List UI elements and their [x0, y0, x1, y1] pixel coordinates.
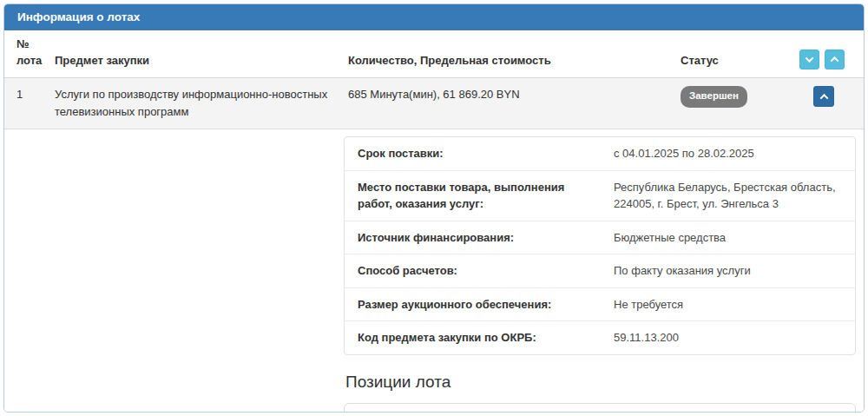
- detail-value: Республика Беларусь, Брестская область, …: [614, 171, 855, 221]
- detail-label: Источник финансирования:: [345, 221, 614, 254]
- lot-subject: Услуги по производству информационно-нов…: [55, 86, 348, 121]
- detail-row-funding-source: Источник финансирования: Бюджетные средс…: [345, 221, 855, 254]
- status-badge: Завершен: [681, 86, 747, 108]
- lot-details-table: Срок поставки: с 04.01.2025 по 28.02.202…: [344, 136, 856, 355]
- lot-quantity-cost: 685 Минута(мин), 61 869.20 BYN: [348, 86, 681, 103]
- column-header-lot-number: № лота: [16, 36, 51, 69]
- expand-all-button[interactable]: [825, 50, 845, 69]
- lot-number: 1: [16, 86, 55, 103]
- lot-collapse-button[interactable]: [813, 86, 834, 107]
- lots-table-header: № лота Предмет закупки Количество, Преде…: [4, 30, 864, 78]
- detail-value: Не требуется: [614, 288, 855, 321]
- panel-title: Информация о лотах: [17, 10, 140, 23]
- lot-status-cell: Завершен: [681, 86, 799, 108]
- detail-row-payment-method: Способ расчетов: По факту оказания услуг…: [345, 254, 855, 287]
- detail-label: Место поставки товара, выполнения работ,…: [345, 171, 614, 221]
- lots-panel: Информация о лотах № лота Предмет закупк…: [3, 3, 865, 413]
- column-header-subject: Предмет закупки: [55, 53, 348, 69]
- detail-value: По факту оказания услуги: [614, 254, 855, 287]
- detail-label: Размер аукционного обеспечения:: [345, 288, 614, 321]
- detail-label: Срок поставки:: [345, 137, 614, 170]
- lot-row-actions: [799, 86, 846, 107]
- chevron-up-icon: [831, 56, 839, 65]
- chevron-up-icon: [819, 93, 828, 102]
- detail-value: Бюджетные средства: [614, 221, 855, 254]
- panel-header: Информация о лотах: [4, 4, 864, 30]
- detail-value: 59.11.13.200: [614, 321, 855, 354]
- lot-detail-panel: Срок поставки: с 04.01.2025 по 28.02.202…: [4, 129, 864, 413]
- detail-label: Способ расчетов:: [345, 254, 614, 287]
- detail-row-auction-security: Размер аукционного обеспечения: Не требу…: [345, 287, 855, 321]
- detail-row-okrb-code: Код предмета закупки по ОКРБ: 59.11.13.2…: [345, 320, 855, 354]
- detail-value: с 04.01.2025 по 28.02.2025: [614, 137, 855, 170]
- table-header-actions: [799, 50, 853, 69]
- column-header-status: Статус: [681, 53, 799, 69]
- collapse-all-button[interactable]: [799, 50, 819, 69]
- detail-row-delivery-place: Место поставки товара, выполнения работ,…: [345, 170, 855, 221]
- lot-position-item: Позиция № 2025-200020300-24: Телевизионн…: [344, 403, 856, 413]
- detail-label: Код предмета закупки по ОКРБ:: [345, 321, 614, 354]
- lot-positions-heading: Позиции лота: [345, 373, 856, 392]
- column-header-quantity: Количество, Предельная стоимость: [348, 53, 681, 69]
- chevron-down-icon: [806, 54, 814, 63]
- detail-row-delivery-period: Срок поставки: с 04.01.2025 по 28.02.202…: [345, 137, 855, 170]
- lot-table-row: 1 Услуги по производству информационно-н…: [4, 78, 864, 129]
